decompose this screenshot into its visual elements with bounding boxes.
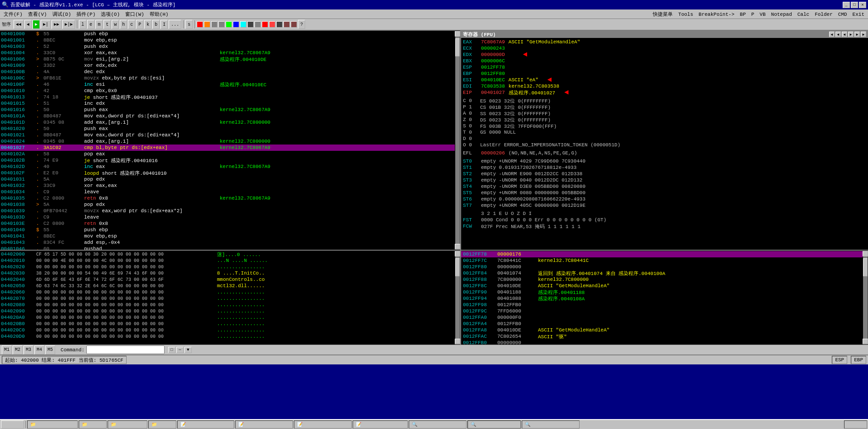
btn-fast-run[interactable]: ►► — [52, 20, 61, 29]
disasm-row[interactable]: 0040102D.40inc eaxkernel32.7C8067A9 — [0, 163, 455, 170]
btn-h[interactable]: h — [120, 20, 127, 29]
hex-scroll-down[interactable]: ▼ — [455, 339, 460, 344]
disasm-row[interactable]: 0040100B.4Adec edx — [0, 69, 455, 75]
menu-exit[interactable]: Exit — [850, 11, 867, 18]
stack-scroll-up[interactable]: ▲ — [863, 251, 868, 256]
hex-scroll-up[interactable]: ▲ — [455, 251, 460, 256]
indicator-gray1[interactable] — [211, 21, 217, 28]
reg-ebp-row[interactable]: EBP 0012FF80 — [461, 70, 868, 77]
disasm-row[interactable]: 00401039.0FB70442movzx eax,word ptr ds:[… — [0, 208, 455, 214]
disasm-row[interactable]: 00401031.5Apop edx — [0, 176, 455, 182]
command-input[interactable] — [86, 345, 165, 354]
taskbar-item-olly[interactable]: 🔍 吾爱破解 - 感... — [467, 420, 521, 429]
hex-row[interactable]: 044020406D 6D 6F 6E 43 6F 6E 74 72 6F 6C… — [0, 276, 455, 283]
taskbar-item-before[interactable]: 📁 感染前 — [79, 420, 107, 429]
menu-notepad[interactable]: Notepad — [769, 11, 795, 18]
mem-tab-m4[interactable]: M4 — [34, 345, 44, 354]
menu-file[interactable]: 文件(F) — [1, 10, 25, 19]
disasm-row[interactable]: 00401004.33C0xor eax,eaxkernel32.7C8067A… — [0, 50, 455, 56]
stack-row[interactable]: 0012FF9000401188感染程序.00401188 — [461, 289, 863, 295]
reg-ecx-row[interactable]: ECX 00000243 — [461, 45, 868, 51]
disasm-row[interactable]: 00401021.8B0487mov eax,dword ptr ds:[edi… — [0, 132, 455, 138]
stack-row[interactable]: 0012FFAC7C802654ASCII "驱" — [461, 333, 863, 340]
hex-scrollbar[interactable]: ▲ ▼ — [455, 251, 460, 345]
btn-w[interactable]: w — [112, 20, 119, 29]
disasm-row[interactable]: 00401024.0345 08add eax,[arg.1]kernel32.… — [0, 138, 455, 145]
disasm-current-row[interactable]: 00401027.3A1C02cmp bl,byte ptr ds:[edx+e… — [0, 145, 455, 151]
indicator-dark2[interactable] — [276, 21, 283, 28]
hex-row[interactable]: 044020C000 00 00 00 00 00 00 00 00 00 00… — [0, 327, 455, 333]
indicator-red[interactable] — [197, 21, 203, 28]
indicator-orange[interactable] — [204, 21, 210, 28]
stack-row[interactable]: 0012FFA8004010DEASCII "GetModuleHandleA" — [461, 327, 863, 333]
hex-row[interactable]: 0440201000 00 00 4E 00 00 00 00 4C 00 00… — [0, 257, 455, 264]
disasm-row[interactable]: 0040103E.C2 0800retn 0x8 — [0, 220, 455, 227]
hex-row[interactable]: 044020506D 63 74 6C 33 32 2E 64 6C 6C 00… — [0, 283, 455, 289]
btn-m[interactable]: m — [95, 20, 103, 29]
hex-row[interactable]: 0440209000 00 00 00 00 00 00 00 00 00 00… — [0, 308, 455, 314]
reg-esi-row[interactable]: ESI 004010EC ASCII "eA" ◄ — [461, 77, 868, 83]
reg-scroll-left3[interactable]: ◄ — [842, 32, 847, 37]
reg-eip-row[interactable]: EIP 00401027 感染程序.00401027 ◄ — [461, 89, 868, 96]
btn-step-into[interactable]: ►|► — [62, 20, 75, 29]
stack-row[interactable]: 0012FF9C7FFD6000 — [461, 308, 863, 314]
stack-row[interactable]: 0012FFB000000000 — [461, 340, 863, 345]
reg-scroll-left1[interactable]: ◄ — [829, 32, 835, 37]
disasm-row[interactable]: 00401006>8B75 0Cmov esi,[arg.2]感染程序.0040… — [0, 56, 455, 62]
disasm-row[interactable]: 00401015.51inc edx — [0, 100, 455, 107]
stack-row[interactable]: 0012FF8400401074返回到 感染程序.00401074 来自 感染程… — [461, 270, 863, 276]
stack-highlight-row[interactable]: 0012FF78 00000176 — [461, 251, 863, 257]
stack-row[interactable]: 0012FF9400401088感染程序.0040108A — [461, 295, 863, 302]
disasm-row[interactable]: 00401035.C2 0800retn 0x8kernel32.7C8067A… — [0, 195, 455, 201]
stack-row[interactable]: 0012FF7C7C80441Ckernel32.7C80441C — [461, 257, 863, 264]
disasm-row[interactable]: 00401034.C9leave — [0, 189, 455, 195]
disasm-row[interactable]: 0040102B.74 E9je short 感染程序.00401016 — [0, 157, 455, 163]
indicator-green[interactable] — [226, 21, 232, 28]
stack-row[interactable]: 0012FF980012FFB0 — [461, 302, 863, 308]
btn-restart[interactable]: ◄◄ — [14, 20, 24, 29]
menu-view[interactable]: 查看(V) — [25, 10, 50, 19]
disasm-row[interactable]: 00401010.42cmp ebx,0x0 — [0, 88, 455, 94]
indicator-red2[interactable] — [262, 21, 268, 28]
btn-back[interactable]: ◄ — [24, 20, 32, 29]
disasm-row[interactable]: 0040100C>0FB61Emovzx ebx,byte ptr ds:[es… — [0, 75, 455, 81]
disasm-row[interactable]: 00401013.74 18je short 感染程序.00401037 — [0, 94, 455, 100]
menu-help[interactable]: 帮助(H) — [147, 10, 171, 19]
stack-row[interactable]: 0012FFA0000000F0 — [461, 314, 863, 321]
menu-calc[interactable]: Calc — [795, 11, 812, 18]
menu-breakpoint[interactable]: BreakPoint-> — [696, 11, 737, 18]
menu-bp[interactable]: BP — [737, 11, 749, 18]
disasm-row[interactable]: 0040101A.8B0487mov eax,dword ptr ds:[edi… — [0, 113, 455, 119]
menu-tools[interactable]: Tools — [675, 11, 696, 18]
disasm-row[interactable]: 00401020.50push eax — [0, 126, 455, 132]
hex-row[interactable]: 044020B000 00 00 00 00 00 00 00 00 00 00… — [0, 321, 455, 327]
hex-scroll-thumb[interactable] — [455, 258, 460, 276]
btn-s[interactable]: s — [185, 20, 193, 29]
stack-row[interactable]: 0012FF8000000000 — [461, 264, 863, 270]
reg-scroll-left2[interactable]: ◄ — [835, 32, 841, 37]
indicator-red3[interactable] — [269, 21, 275, 28]
indicator-gray2[interactable] — [218, 21, 225, 28]
menu-window[interactable]: 窗口(W) — [123, 10, 147, 19]
taskbar-item-depends[interactable]: 🔍 Dependency Na... — [522, 420, 580, 429]
cmd-btn2[interactable]: — — [176, 347, 184, 353]
hex-row[interactable]: 0440208000 00 00 00 00 00 00 00 00 00 00… — [0, 302, 455, 308]
disasm-scrollbar[interactable]: ▲ ▼ — [455, 31, 460, 250]
disasm-row[interactable]: 00401009.33D2xor edx,edx — [0, 62, 455, 69]
mem-tab-m5[interactable]: M5 — [45, 345, 55, 354]
btn-k[interactable]: k — [144, 20, 151, 29]
scroll-thumb[interactable] — [455, 38, 460, 56]
cmd-btn1[interactable]: □ — [168, 347, 175, 353]
mem-tab-m3[interactable]: M3 — [24, 345, 33, 354]
hex-row[interactable]: 0440202000 00 00 00 00 00 00 00 00 00 00… — [0, 264, 455, 270]
menu-cmd[interactable]: CMD — [835, 11, 850, 18]
btn-b[interactable]: b — [152, 20, 160, 29]
menu-debug[interactable]: 调试(D) — [50, 10, 74, 19]
cmd-btn3[interactable]: ▼ — [184, 347, 192, 353]
menu-plugin[interactable]: 插件(P) — [74, 10, 98, 19]
btn-t[interactable]: t — [104, 20, 111, 29]
taskbar-item-modipe[interactable]: 📝 modipe.asm - ... — [235, 420, 293, 429]
close-button[interactable]: ✕ — [859, 2, 866, 8]
menu-p[interactable]: P — [749, 11, 757, 18]
stack-row[interactable]: 0012FF887C800000kernel32.7C800000 — [461, 276, 863, 283]
